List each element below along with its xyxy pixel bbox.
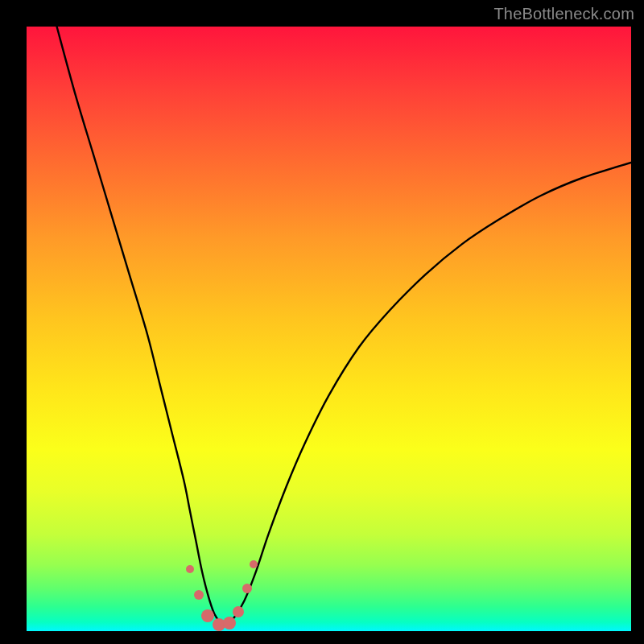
curve-marker [250,560,258,568]
curve-marker [242,584,252,593]
bottleneck-curve [27,27,631,631]
curve-marker [233,606,244,617]
plot-area [27,27,631,631]
curve-marker [223,617,236,630]
curve-marker [201,609,214,622]
watermark-text: TheBottleneck.com [493,5,634,23]
chart-frame: TheBottleneck.com [0,0,644,644]
curve-marker [194,590,204,600]
curve-marker [186,565,194,573]
